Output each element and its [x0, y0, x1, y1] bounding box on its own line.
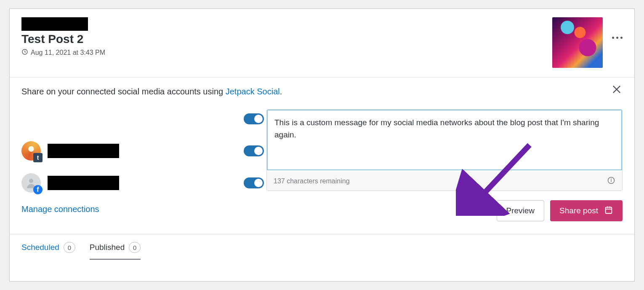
share-post-label: Share post	[559, 206, 598, 215]
share-post-button[interactable]: Share post	[550, 200, 623, 221]
author-name-redacted	[21, 17, 88, 31]
message-footer: 137 characters remaining	[267, 172, 622, 191]
calendar-icon	[604, 205, 613, 217]
published-count-badge: 0	[129, 242, 141, 253]
close-icon	[611, 89, 623, 97]
share-panel: Share on your connected social media acc…	[10, 78, 634, 234]
action-buttons: Preview Share post	[266, 200, 623, 221]
share-body: t f	[21, 109, 623, 221]
connection-row-tumblr: t	[21, 141, 266, 161]
share-message-textarea[interactable]	[267, 110, 622, 170]
master-toggle[interactable]	[244, 113, 264, 124]
message-column: 137 characters remaining Preview Share p…	[266, 109, 623, 221]
post-thumbnail	[552, 17, 603, 68]
post-share-card: Test Post 2 Aug 11, 2021 at 3:43 PM Shar…	[9, 8, 635, 282]
share-intro-prefix: Share on your connected social media acc…	[21, 87, 226, 96]
tab-published-label: Published	[90, 243, 125, 252]
facebook-icon: f	[33, 185, 43, 194]
card-header: Test Post 2 Aug 11, 2021 at 3:43 PM	[10, 9, 634, 78]
svg-point-3	[611, 179, 612, 179]
more-options-button[interactable]	[612, 37, 623, 39]
connections-column: t f	[21, 109, 266, 221]
post-title: Test Post 2	[21, 32, 552, 46]
avatar: f	[21, 173, 41, 193]
share-intro-text: Share on your connected social media acc…	[21, 87, 623, 97]
connection-row-facebook: f	[21, 173, 266, 193]
message-box: 137 characters remaining	[266, 109, 623, 191]
chars-remaining-text: 137 characters remaining	[274, 177, 350, 185]
close-panel-button[interactable]	[611, 83, 623, 97]
clock-icon	[21, 48, 28, 57]
account-name-redacted	[48, 176, 119, 190]
avatar: t	[21, 141, 41, 161]
connection-toggle-facebook[interactable]	[244, 177, 264, 188]
preview-button[interactable]: Preview	[497, 200, 545, 221]
scheduled-count-badge: 0	[64, 242, 75, 253]
account-name-redacted	[48, 144, 119, 158]
title-block: Test Post 2 Aug 11, 2021 at 3:43 PM	[21, 17, 552, 57]
manage-connections-link[interactable]: Manage connections	[21, 204, 266, 214]
tumblr-icon: t	[33, 153, 43, 162]
tab-scheduled-label: Scheduled	[21, 243, 59, 252]
jetpack-social-link[interactable]: Jetpack Social	[226, 87, 280, 96]
share-intro-suffix: .	[280, 87, 282, 96]
tab-scheduled[interactable]: Scheduled 0	[21, 242, 75, 260]
share-history-tabs: Scheduled 0 Published 0	[10, 234, 634, 260]
tab-published[interactable]: Published 0	[90, 242, 141, 260]
timestamp-text: Aug 11, 2021 at 3:43 PM	[31, 49, 105, 56]
info-icon[interactable]	[607, 176, 615, 186]
connection-toggle-tumblr[interactable]	[244, 145, 264, 156]
timestamp-row: Aug 11, 2021 at 3:43 PM	[21, 48, 552, 57]
svg-rect-4	[606, 207, 612, 213]
master-toggle-row	[21, 109, 266, 129]
svg-point-1	[29, 179, 33, 183]
